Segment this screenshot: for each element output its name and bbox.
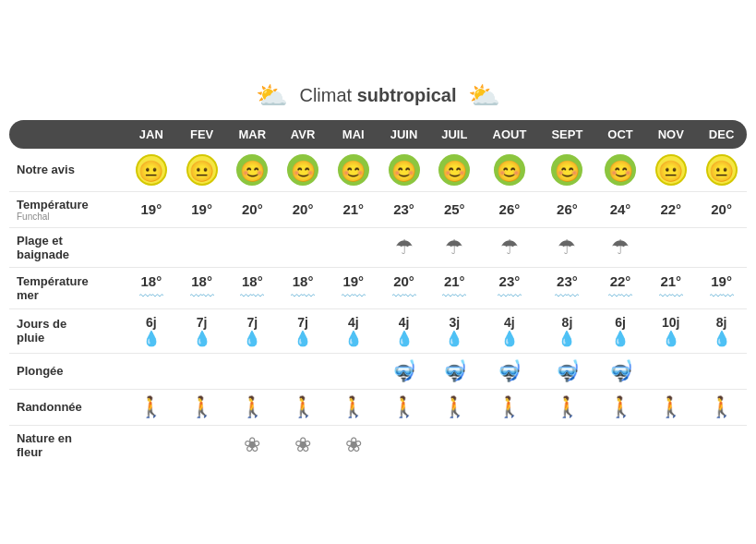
header-empty [9, 120, 126, 149]
nature-cell-10 [645, 425, 696, 465]
nature-cell-1 [176, 425, 227, 465]
smiley-neutral: 😐 [186, 154, 218, 186]
rain-drop-icon: 💧 [698, 330, 745, 347]
plage-cell-6: ☂ [429, 227, 480, 267]
randonnee-cell-6: 🚶 [429, 389, 480, 425]
plongee-cell-1 [176, 353, 227, 389]
jours-pluie-cell-1: 7j💧 [176, 308, 227, 353]
smiley-happy: 😊 [494, 154, 525, 186]
smiley-neutral: 😐 [706, 154, 738, 186]
rain-drop-icon: 💧 [541, 330, 593, 347]
randonnee-cell-3: 🚶 [278, 389, 329, 425]
notre-avis-row: Notre avis😐😐😊😊😊😊😊😊😊😊😐😐 [9, 149, 747, 192]
plongee-cell-5: 🤿 [378, 353, 429, 389]
hike-icon: 🚶 [442, 395, 467, 418]
temperature-label: TempératureFunchal [9, 191, 126, 227]
temp-mer-cell-7: 23°〰〰 [480, 267, 540, 308]
randonnee-cell-7: 🚶 [480, 389, 540, 425]
randonnee-cell-0: 🚶 [126, 389, 176, 425]
plongee-cell-9: 🤿 [595, 353, 646, 389]
plage-cell-1 [176, 227, 227, 267]
plage-cell-9: ☂ [595, 227, 646, 267]
rain-drop-icon: 💧 [127, 330, 174, 347]
notre-avis-cell-1: 😐 [176, 149, 227, 192]
plongee-cell-7: 🤿 [480, 353, 540, 389]
randonnee-cell-4: 🚶 [328, 389, 378, 425]
plage-cell-5: ☂ [378, 227, 429, 267]
notre-avis-cell-2: 😊 [227, 149, 278, 192]
plage-cell-7: ☂ [480, 227, 540, 267]
notre-avis-cell-9: 😊 [595, 149, 646, 192]
sea-wave: 〰〰 [178, 289, 225, 303]
jours-pluie-label: Jours depluie [9, 308, 126, 353]
sea-wave: 〰〰 [380, 289, 427, 303]
nature-label: Nature enfleur [9, 425, 126, 465]
hike-icon: 🚶 [658, 395, 683, 418]
temp-mer-label: Températuremer [9, 267, 126, 308]
plongee-label: Plongée [9, 353, 126, 389]
sea-wave: 〰〰 [330, 289, 377, 303]
randonnee-label: Randonnée [9, 389, 126, 425]
hike-icon: 🚶 [391, 395, 416, 418]
rain-drop-icon: 💧 [647, 330, 694, 347]
header-juil: JUIL [429, 120, 480, 149]
plage-cell-4 [328, 227, 378, 267]
jours-pluie-cell-4: 4j💧 [328, 308, 378, 353]
smiley-happy: 😊 [338, 154, 369, 186]
umbrella-icon: ☂ [445, 236, 463, 259]
temp-mer-cell-6: 21°〰〰 [429, 267, 480, 308]
temp-mer-cell-2: 18°〰〰 [227, 267, 278, 308]
jours-pluie-row: Jours depluie6j💧7j💧7j💧7j💧4j💧4j💧3j💧4j💧8j💧… [9, 308, 747, 353]
header-juin: JUIN [378, 120, 429, 149]
header-sept: SEPT [539, 120, 594, 149]
hike-icon: 🚶 [138, 395, 163, 418]
nature-cell-2: ❀ [227, 425, 278, 465]
temp-cell-1: 19° [176, 191, 227, 227]
header-nov: NOV [645, 120, 696, 149]
temp-mer-cell-9: 22°〰〰 [595, 267, 646, 308]
nature-cell-9 [595, 425, 646, 465]
umbrella-icon: ☂ [500, 236, 519, 259]
temp-mer-cell-3: 18°〰〰 [278, 267, 329, 308]
sea-wave: 〰〰 [280, 289, 327, 303]
cloud-right-icon: ⛅ [468, 80, 500, 111]
randonnee-cell-5: 🚶 [378, 389, 429, 425]
temp-cell-8: 26° [539, 191, 594, 227]
plage-cell-3 [278, 227, 329, 267]
sea-wave: 〰〰 [127, 289, 174, 303]
title-bold: subtropical [357, 85, 457, 105]
temp-cell-2: 20° [227, 191, 278, 227]
jours-pluie-cell-5: 4j💧 [378, 308, 429, 353]
title-text: Climat subtropical [299, 85, 456, 106]
nature-cell-7 [480, 425, 540, 465]
sea-wave: 〰〰 [597, 289, 644, 303]
plage-cell-0 [126, 227, 176, 267]
randonnee-cell-11: 🚶 [696, 389, 747, 425]
rain-drop-icon: 💧 [229, 330, 276, 347]
jours-pluie-cell-9: 6j💧 [595, 308, 646, 353]
climate-table: JAN FEV MAR AVR MAI JUIN JUIL AOUT SEPT … [9, 120, 747, 465]
randonnee-cell-2: 🚶 [227, 389, 278, 425]
nature-cell-8 [539, 425, 594, 465]
temp-cell-3: 20° [278, 191, 329, 227]
smiley-neutral: 😐 [655, 154, 687, 186]
month-header-row: JAN FEV MAR AVR MAI JUIN JUIL AOUT SEPT … [9, 120, 747, 149]
smiley-happy: 😊 [438, 154, 470, 186]
temp-mer-cell-11: 19°〰〰 [696, 267, 747, 308]
plongee-cell-4 [328, 353, 378, 389]
rain-drop-icon: 💧 [330, 330, 377, 347]
sea-wave: 〰〰 [698, 289, 745, 303]
dive-icon: 🤿 [608, 359, 633, 382]
notre-avis-cell-6: 😊 [429, 149, 480, 192]
dive-icon: 🤿 [442, 359, 467, 382]
smiley-happy: 😊 [287, 154, 318, 186]
plongee-cell-0 [126, 353, 176, 389]
dive-icon: 🤿 [497, 359, 522, 382]
plage-label: Plage etbaignade [9, 227, 126, 267]
hike-icon: 🚶 [709, 395, 734, 418]
notre-avis-label: Notre avis [9, 149, 126, 192]
plongee-cell-8: 🤿 [539, 353, 594, 389]
title-prefix: Climat [299, 85, 352, 105]
header-dec: DEC [696, 120, 747, 149]
notre-avis-cell-8: 😊 [539, 149, 594, 192]
